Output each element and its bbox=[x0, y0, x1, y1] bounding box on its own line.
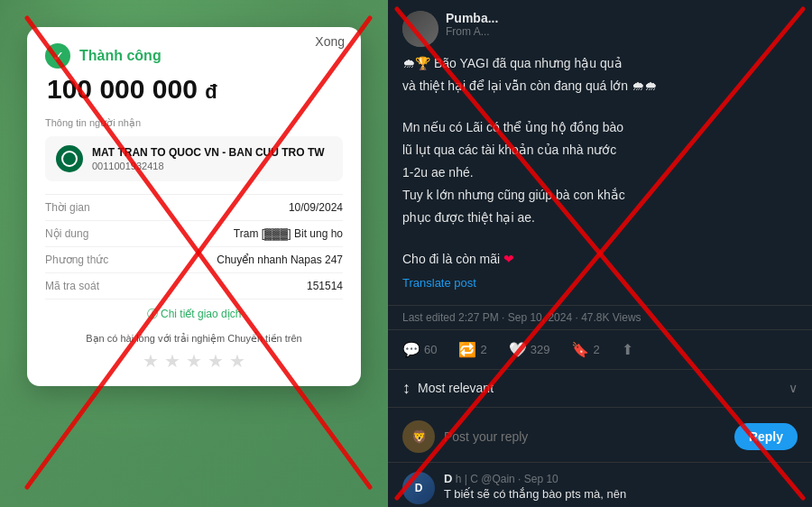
content-value: Tram [▓▓▓] Bit ung ho bbox=[117, 227, 343, 240]
like-icon: 🤍 bbox=[509, 341, 527, 358]
tweet-line-1: 🌧🏆 Bão YAGI đã qua nhưng hậu quả bbox=[402, 54, 798, 73]
detail-row-code: Mã tra soát 151514 bbox=[45, 273, 343, 300]
comment-handle: h | C @Qain · Sep 10 bbox=[456, 473, 558, 485]
tweet-line-2: và thiệt hại để lại vẫn còn đang quá lớn… bbox=[402, 77, 798, 96]
comment-count: 60 bbox=[424, 343, 437, 356]
xong-button[interactable]: Xong bbox=[315, 34, 345, 49]
reply-button[interactable]: Reply bbox=[734, 423, 798, 450]
currency-symbol: đ bbox=[205, 80, 217, 103]
like-action[interactable]: 🤍 329 bbox=[509, 341, 550, 358]
sort-icon: ↕ bbox=[402, 379, 411, 398]
bookmark-count: 2 bbox=[593, 343, 599, 356]
time-value: 10/09/2024 bbox=[117, 201, 343, 214]
star-2[interactable]: ★ bbox=[164, 350, 180, 372]
comment-content: D h | C @Qain · Sep 10 T biết sẽ có thắn… bbox=[444, 472, 798, 501]
cho-di-text: Cho đi là còn mãi ❤ bbox=[402, 250, 798, 269]
detail-link[interactable]: ⓘ Chi tiết giao dịch bbox=[45, 300, 343, 326]
tweet-actions-bar: 💬 60 🔁 2 🤍 329 🔖 2 ⬆ bbox=[388, 334, 812, 365]
code-value: 151514 bbox=[117, 280, 343, 292]
comment-username: D bbox=[444, 472, 452, 485]
receipt-card: Xong ✓ Thành công 100 000 000 đ Thông ti… bbox=[27, 27, 361, 386]
share-action[interactable]: ⬆ bbox=[622, 341, 633, 358]
star-5[interactable]: ★ bbox=[229, 350, 245, 372]
success-header: ✓ Thành công bbox=[45, 43, 343, 69]
translate-link[interactable]: Translate post bbox=[402, 274, 798, 292]
tweet-stats-bar: Last edited 2:27 PM · Sep 10, 2024 · 47.… bbox=[388, 305, 812, 330]
retweet-count: 2 bbox=[480, 343, 486, 356]
tweet-line-4: lũ lụt qua các tài khoản của nhà nước bbox=[402, 141, 798, 160]
tweet-content: Pumba... From A... 🌧🏆 Bão YAGI đã qua nh… bbox=[388, 0, 812, 507]
right-panel: Pumba... From A... 🌧🏆 Bão YAGI đã qua nh… bbox=[388, 0, 812, 507]
rating-section: Bạn có hài lòng với trải nghiệm Chuyển t… bbox=[45, 326, 343, 372]
detail-rows: Thời gian 10/09/2024 Nội dung Tram [▓▓▓]… bbox=[45, 194, 343, 300]
left-panel: Xong ✓ Thành công 100 000 000 đ Thông ti… bbox=[0, 0, 388, 507]
comment-icon: 💬 bbox=[402, 341, 420, 358]
rating-text: Bạn có hài lòng với trải nghiệm Chuyển t… bbox=[86, 333, 302, 344]
recipient-account: 0011001932418 bbox=[92, 161, 325, 171]
retweet-icon: 🔁 bbox=[458, 341, 476, 358]
tweet-author-avatar bbox=[402, 11, 438, 47]
tweet-line-7: phục được thiệt hại ae. bbox=[402, 208, 798, 227]
bank-logo-inner bbox=[61, 151, 78, 167]
tweet-line-5: 1-2u ae nhé. bbox=[402, 163, 798, 182]
content-label: Nội dung bbox=[45, 227, 117, 240]
chevron-down-icon[interactable]: ∨ bbox=[789, 381, 798, 395]
star-rating[interactable]: ★ ★ ★ ★ ★ bbox=[45, 350, 343, 372]
recipient-box: MAT TRAN TO QUOC VN - BAN CUU TRO TW 001… bbox=[45, 136, 343, 181]
reply-input-area: 🦁 Reply bbox=[388, 411, 812, 463]
comment-text: T biết sẽ có thắng bào pts mà, nên bbox=[444, 487, 798, 501]
commenter-avatar: D bbox=[402, 472, 435, 504]
reply-input[interactable] bbox=[444, 429, 725, 444]
sort-text: Most relevant bbox=[418, 381, 494, 395]
tweet-body: 🌧🏆 Bão YAGI đã qua nhưng hậu quả và thiệ… bbox=[388, 54, 812, 301]
star-1[interactable]: ★ bbox=[143, 350, 159, 372]
comment-action[interactable]: 💬 60 bbox=[402, 341, 437, 358]
detail-row-content: Nội dung Tram [▓▓▓] Bit ung ho bbox=[45, 221, 343, 247]
share-icon: ⬆ bbox=[622, 341, 633, 358]
success-title: Thành công bbox=[79, 48, 161, 64]
last-edited-text: Last edited 2:27 PM · Sep 10, 2024 · 47.… bbox=[402, 311, 641, 324]
bank-logo bbox=[56, 145, 83, 172]
sort-bar: ↕ Most relevant ∨ bbox=[388, 369, 812, 408]
time-label: Thời gian bbox=[45, 201, 117, 214]
tweet-handle: From A... bbox=[446, 25, 798, 38]
amount-display: 100 000 000 đ bbox=[45, 74, 343, 105]
star-3[interactable]: ★ bbox=[186, 350, 202, 372]
bookmark-action[interactable]: 🔖 2 bbox=[571, 341, 599, 358]
tweet-line-6: Tuy k lớn nhưng cũng giúp bà con khắc bbox=[402, 186, 798, 205]
like-count: 329 bbox=[531, 343, 550, 356]
tweet-header: Pumba... From A... bbox=[388, 0, 812, 54]
detail-row-time: Thời gian 10/09/2024 bbox=[45, 195, 343, 221]
user-reply-avatar: 🦁 bbox=[402, 420, 435, 453]
tweet-line-3: Mn nếu có Lãi có thể ủng hộ đồng bào bbox=[402, 118, 798, 137]
retweet-action[interactable]: 🔁 2 bbox=[458, 341, 486, 358]
method-label: Phương thức bbox=[45, 254, 117, 266]
bookmark-icon: 🔖 bbox=[571, 341, 589, 358]
star-4[interactable]: ★ bbox=[208, 350, 224, 372]
recipient-section-label: Thông tin người nhận bbox=[45, 117, 343, 129]
method-value: Chuyển nhanh Napas 247 bbox=[117, 254, 343, 266]
comment-meta: D h | C @Qain · Sep 10 bbox=[444, 472, 798, 485]
success-icon: ✓ bbox=[45, 43, 70, 69]
amount-value: 100 000 000 bbox=[47, 74, 198, 104]
tweet-username: Pumba... bbox=[446, 11, 798, 25]
tweet-meta: Pumba... From A... bbox=[446, 11, 798, 38]
recipient-name: MAT TRAN TO QUOC VN - BAN CUU TRO TW bbox=[92, 146, 325, 161]
detail-row-method: Phương thức Chuyển nhanh Napas 247 bbox=[45, 247, 343, 273]
sort-label: ↕ Most relevant bbox=[402, 379, 494, 398]
comment-preview: D D h | C @Qain · Sep 10 T biết sẽ có th… bbox=[388, 463, 812, 508]
code-label: Mã tra soát bbox=[45, 280, 117, 292]
recipient-info: MAT TRAN TO QUOC VN - BAN CUU TRO TW 001… bbox=[92, 146, 325, 171]
